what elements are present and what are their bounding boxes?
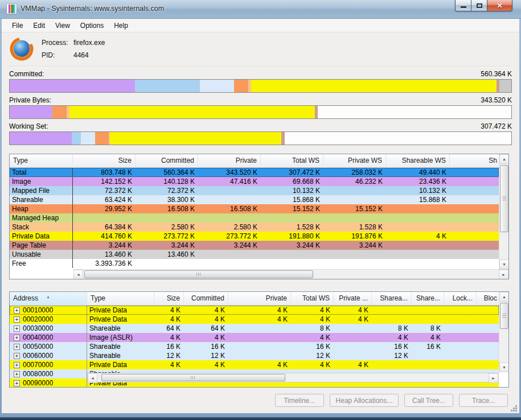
table-row[interactable]: +00070000Private Data4 K4 K4 K4 K4 K [10, 360, 499, 369]
summary-vertical-scrollbar[interactable]: ▲ ▼ [499, 154, 508, 269]
column-header-sh[interactable]: Sh [450, 154, 499, 168]
menu-item-file[interactable]: File [7, 20, 28, 31]
expand-icon[interactable]: + [14, 335, 20, 341]
column-header-lock[interactable]: Lock... [444, 292, 477, 306]
column-header-bloc[interactable]: Bloc [477, 292, 499, 306]
cell-committed [136, 213, 198, 223]
summary-table: TypeSizeCommittedPrivateTotal WSPrivate … [9, 154, 509, 279]
scroll-down-icon[interactable]: ▼ [499, 363, 509, 372]
cell-sharea: 12 K [372, 351, 412, 360]
column-header-size[interactable]: Size [154, 292, 184, 306]
scroll-up-icon[interactable]: ▲ [499, 154, 509, 164]
cell-total-ws: 3.244 K [261, 241, 323, 250]
column-header-total-ws[interactable]: Total WS [261, 154, 323, 168]
column-header-private[interactable]: Private ... [334, 292, 372, 306]
summary-row[interactable]: Heap29.952 K16.508 K16.508 K15.152 K15.1… [10, 204, 499, 213]
trace-button[interactable]: Trace... [459, 394, 508, 407]
expand-icon[interactable]: + [14, 380, 20, 386]
column-header-committed[interactable]: Committed [184, 292, 228, 306]
scroll-thumb[interactable] [500, 165, 508, 232]
column-header-total-ws[interactable]: Total WS [291, 292, 334, 306]
expand-icon[interactable]: + [14, 307, 20, 314]
cell-lock [444, 315, 477, 324]
table-row[interactable]: +00060000Shareable12 K12 K12 K12 K [10, 351, 499, 360]
cell-private: 343.520 K [198, 168, 261, 177]
detail-vertical-scrollbar[interactable]: ▲ ▼ [499, 292, 508, 372]
scroll-left-icon[interactable]: ◄ [88, 373, 97, 383]
scroll-up-icon[interactable]: ▲ [499, 292, 509, 302]
menu-item-view[interactable]: View [50, 20, 75, 31]
scroll-thumb[interactable] [84, 270, 313, 278]
column-header-private[interactable]: Private [198, 154, 261, 168]
address-value: 00010000 [23, 306, 53, 315]
column-header-private-ws[interactable]: Private WS [323, 154, 386, 168]
segment-heap [234, 80, 249, 92]
menu-item-options[interactable]: Options [75, 20, 109, 31]
column-header-sharea[interactable]: Sharea... [372, 292, 412, 306]
title-bar[interactable]: VMMap - Sysinternals: www.sysinternals.c… [0, 0, 521, 19]
scroll-right-icon[interactable]: ► [489, 373, 498, 383]
close-button[interactable]: ✕ [487, 0, 512, 11]
menu-item-help[interactable]: Help [109, 20, 133, 31]
column-header-type[interactable]: Type [87, 292, 154, 306]
cell-type: Managed Heap [10, 213, 73, 223]
summary-row[interactable]: Shareable63.424 K38.300 K15.868 K15.868 … [10, 195, 499, 204]
summary-horizontal-scrollbar[interactable]: ◄ ► [73, 269, 508, 279]
menu-item-edit[interactable]: Edit [28, 20, 50, 31]
gauge-committed: Committed:560.364 K [9, 69, 512, 93]
cell-total-ws: 10.132 K [261, 186, 323, 195]
cell-private [198, 195, 261, 204]
gauge-value: 343.520 K [481, 96, 512, 105]
table-row[interactable]: +00030000Shareable64 K64 K8 K8 K8 K [10, 324, 499, 333]
table-row[interactable]: +00020000Private Data4 K4 K4 K4 K4 K [10, 315, 499, 324]
summary-row[interactable]: Unusable13.460 K13.460 K [10, 250, 499, 259]
cell-private [228, 333, 291, 342]
gauge-working-set: Working Set:307.472 K [9, 122, 512, 145]
summary-row[interactable]: Stack64.384 K2.580 K2.580 K1.528 K1.528 … [10, 223, 499, 232]
scroll-left-icon[interactable]: ◄ [73, 270, 83, 279]
summary-row[interactable]: Private Data414.760 K273.772 K273.772 K1… [10, 232, 499, 241]
resize-grip[interactable] [515, 410, 517, 411]
cell-address: +00020000 [10, 315, 87, 324]
scroll-down-icon[interactable]: ▼ [499, 260, 509, 269]
summary-row[interactable]: Free3.393.736 K [10, 259, 499, 268]
column-header-shareable-ws[interactable]: Shareable WS [386, 154, 450, 168]
summary-row[interactable]: Mapped File72.372 K72.372 K10.132 K10.13… [10, 186, 499, 195]
cell-private: 2.580 K [198, 223, 261, 232]
scroll-right-icon[interactable]: ► [499, 270, 508, 279]
column-header-share[interactable]: Share... [412, 292, 444, 306]
heap-allocations-button[interactable]: Heap Allocations... [330, 394, 399, 407]
expand-icon[interactable]: + [14, 362, 20, 368]
table-row[interactable]: +00050000Shareable16 K16 K16 K16 K16 K [10, 342, 499, 351]
scroll-track[interactable] [97, 373, 489, 382]
table-row[interactable]: +00010000Private Data4 K4 K4 K4 K4 K [10, 306, 499, 315]
scroll-thumb[interactable] [101, 374, 285, 381]
scroll-thumb[interactable] [500, 303, 508, 329]
cell-private-ws [323, 195, 386, 204]
timeline-button[interactable]: Timeline... [275, 394, 324, 407]
address-value: 00020000 [23, 315, 53, 324]
column-header-address[interactable]: Address▲ [10, 292, 87, 306]
expand-icon[interactable]: + [14, 326, 20, 332]
summary-row[interactable]: Page Table3.244 K3.244 K3.244 K3.244 K3.… [10, 241, 499, 250]
minimize-button[interactable] [455, 0, 471, 11]
summary-row[interactable]: Total803.748 K560.364 K343.520 K307.472 … [10, 168, 499, 177]
expand-icon[interactable]: + [14, 316, 20, 323]
expand-icon[interactable]: + [14, 371, 20, 377]
call-tree-button[interactable]: Call Tree... [404, 394, 453, 407]
column-header-private[interactable]: Private [228, 292, 291, 306]
cell-private-ws [323, 250, 386, 259]
scroll-track[interactable] [83, 270, 499, 279]
table-row[interactable]: +00040000Image (ASLR)4 K4 K4 K4 K4 K [10, 333, 499, 342]
cell-private: 4 K [228, 315, 291, 324]
column-header-committed[interactable]: Committed [136, 154, 198, 168]
detail-horizontal-scrollbar[interactable]: ◄ ► [87, 373, 499, 382]
summary-row[interactable]: Managed Heap [10, 213, 499, 223]
cell-sh [450, 186, 499, 195]
expand-icon[interactable]: + [14, 353, 20, 359]
column-header-size[interactable]: Size [73, 154, 136, 168]
column-header-type[interactable]: Type [10, 154, 73, 168]
maximize-button[interactable] [471, 0, 487, 11]
summary-row[interactable]: Image142.152 K140.128 K47.416 K69.668 K4… [10, 177, 499, 186]
expand-icon[interactable]: + [14, 344, 20, 350]
